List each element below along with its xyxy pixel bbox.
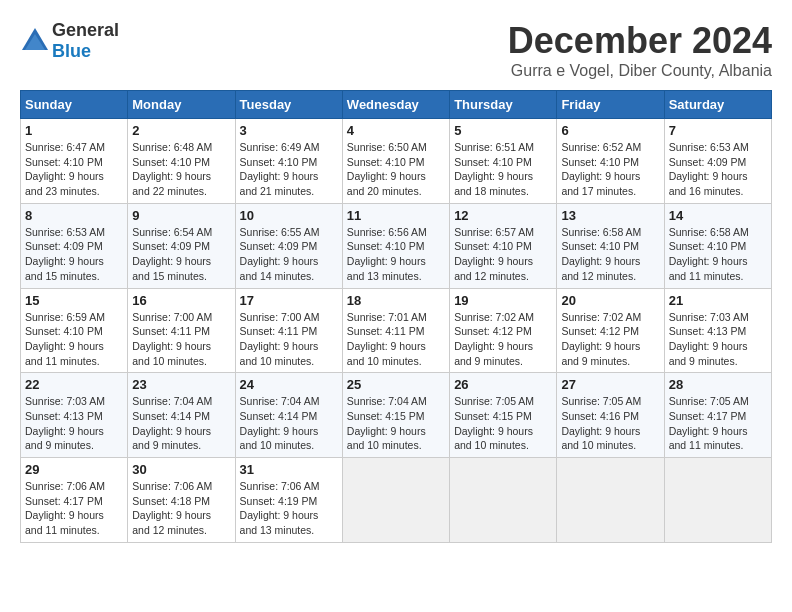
day-number: 21 [669,293,767,308]
calendar-header-saturday: Saturday [664,91,771,119]
page-header: General Blue December 2024 Gurra e Vogel… [20,20,772,80]
day-number: 17 [240,293,338,308]
title-area: December 2024 Gurra e Vogel, Diber Count… [508,20,772,80]
day-info: Sunrise: 7:04 AMSunset: 4:15 PMDaylight:… [347,394,445,453]
calendar-cell: 8Sunrise: 6:53 AMSunset: 4:09 PMDaylight… [21,203,128,288]
day-info: Sunrise: 6:55 AMSunset: 4:09 PMDaylight:… [240,225,338,284]
day-info: Sunrise: 7:01 AMSunset: 4:11 PMDaylight:… [347,310,445,369]
calendar-cell: 12Sunrise: 6:57 AMSunset: 4:10 PMDayligh… [450,203,557,288]
day-info: Sunrise: 6:53 AMSunset: 4:09 PMDaylight:… [669,140,767,199]
calendar-cell: 10Sunrise: 6:55 AMSunset: 4:09 PMDayligh… [235,203,342,288]
day-number: 13 [561,208,659,223]
logo-text-general: General [52,20,119,40]
day-number: 18 [347,293,445,308]
day-number: 24 [240,377,338,392]
calendar-table: SundayMondayTuesdayWednesdayThursdayFrid… [20,90,772,543]
logo-icon [20,26,50,56]
day-info: Sunrise: 6:47 AMSunset: 4:10 PMDaylight:… [25,140,123,199]
calendar-cell [450,458,557,543]
calendar-cell: 15Sunrise: 6:59 AMSunset: 4:10 PMDayligh… [21,288,128,373]
day-number: 2 [132,123,230,138]
day-number: 11 [347,208,445,223]
day-info: Sunrise: 7:04 AMSunset: 4:14 PMDaylight:… [132,394,230,453]
day-number: 25 [347,377,445,392]
calendar-week-row: 15Sunrise: 6:59 AMSunset: 4:10 PMDayligh… [21,288,772,373]
calendar-cell: 29Sunrise: 7:06 AMSunset: 4:17 PMDayligh… [21,458,128,543]
day-number: 10 [240,208,338,223]
calendar-cell: 13Sunrise: 6:58 AMSunset: 4:10 PMDayligh… [557,203,664,288]
day-info: Sunrise: 6:56 AMSunset: 4:10 PMDaylight:… [347,225,445,284]
calendar-cell: 7Sunrise: 6:53 AMSunset: 4:09 PMDaylight… [664,119,771,204]
day-number: 26 [454,377,552,392]
calendar-cell: 20Sunrise: 7:02 AMSunset: 4:12 PMDayligh… [557,288,664,373]
day-number: 16 [132,293,230,308]
logo: General Blue [20,20,119,62]
day-number: 30 [132,462,230,477]
calendar-cell: 28Sunrise: 7:05 AMSunset: 4:17 PMDayligh… [664,373,771,458]
calendar-cell [557,458,664,543]
calendar-cell: 30Sunrise: 7:06 AMSunset: 4:18 PMDayligh… [128,458,235,543]
month-title: December 2024 [508,20,772,62]
calendar-cell: 27Sunrise: 7:05 AMSunset: 4:16 PMDayligh… [557,373,664,458]
day-number: 27 [561,377,659,392]
calendar-cell: 11Sunrise: 6:56 AMSunset: 4:10 PMDayligh… [342,203,449,288]
calendar-cell: 9Sunrise: 6:54 AMSunset: 4:09 PMDaylight… [128,203,235,288]
day-info: Sunrise: 7:03 AMSunset: 4:13 PMDaylight:… [669,310,767,369]
calendar-cell: 24Sunrise: 7:04 AMSunset: 4:14 PMDayligh… [235,373,342,458]
day-info: Sunrise: 7:02 AMSunset: 4:12 PMDaylight:… [454,310,552,369]
day-number: 9 [132,208,230,223]
day-number: 8 [25,208,123,223]
day-info: Sunrise: 7:06 AMSunset: 4:17 PMDaylight:… [25,479,123,538]
day-number: 31 [240,462,338,477]
calendar-header-friday: Friday [557,91,664,119]
calendar-header-thursday: Thursday [450,91,557,119]
day-number: 14 [669,208,767,223]
day-info: Sunrise: 7:05 AMSunset: 4:17 PMDaylight:… [669,394,767,453]
calendar-header-row: SundayMondayTuesdayWednesdayThursdayFrid… [21,91,772,119]
day-info: Sunrise: 7:00 AMSunset: 4:11 PMDaylight:… [132,310,230,369]
calendar-header-monday: Monday [128,91,235,119]
day-info: Sunrise: 6:59 AMSunset: 4:10 PMDaylight:… [25,310,123,369]
calendar-cell: 23Sunrise: 7:04 AMSunset: 4:14 PMDayligh… [128,373,235,458]
calendar-week-row: 22Sunrise: 7:03 AMSunset: 4:13 PMDayligh… [21,373,772,458]
day-info: Sunrise: 6:50 AMSunset: 4:10 PMDaylight:… [347,140,445,199]
day-number: 20 [561,293,659,308]
calendar-cell: 2Sunrise: 6:48 AMSunset: 4:10 PMDaylight… [128,119,235,204]
calendar-cell [342,458,449,543]
calendar-cell: 4Sunrise: 6:50 AMSunset: 4:10 PMDaylight… [342,119,449,204]
day-info: Sunrise: 6:48 AMSunset: 4:10 PMDaylight:… [132,140,230,199]
day-number: 19 [454,293,552,308]
location-title: Gurra e Vogel, Diber County, Albania [508,62,772,80]
day-number: 12 [454,208,552,223]
day-number: 4 [347,123,445,138]
day-info: Sunrise: 7:06 AMSunset: 4:18 PMDaylight:… [132,479,230,538]
logo-text-blue: Blue [52,41,91,61]
calendar-cell: 5Sunrise: 6:51 AMSunset: 4:10 PMDaylight… [450,119,557,204]
day-number: 7 [669,123,767,138]
day-info: Sunrise: 6:49 AMSunset: 4:10 PMDaylight:… [240,140,338,199]
day-info: Sunrise: 6:51 AMSunset: 4:10 PMDaylight:… [454,140,552,199]
day-number: 29 [25,462,123,477]
calendar-cell: 26Sunrise: 7:05 AMSunset: 4:15 PMDayligh… [450,373,557,458]
day-info: Sunrise: 6:58 AMSunset: 4:10 PMDaylight:… [561,225,659,284]
calendar-week-row: 29Sunrise: 7:06 AMSunset: 4:17 PMDayligh… [21,458,772,543]
calendar-cell: 17Sunrise: 7:00 AMSunset: 4:11 PMDayligh… [235,288,342,373]
day-info: Sunrise: 7:02 AMSunset: 4:12 PMDaylight:… [561,310,659,369]
calendar-cell: 19Sunrise: 7:02 AMSunset: 4:12 PMDayligh… [450,288,557,373]
calendar-cell: 14Sunrise: 6:58 AMSunset: 4:10 PMDayligh… [664,203,771,288]
day-number: 1 [25,123,123,138]
day-number: 6 [561,123,659,138]
day-number: 22 [25,377,123,392]
day-info: Sunrise: 7:04 AMSunset: 4:14 PMDaylight:… [240,394,338,453]
calendar-header-sunday: Sunday [21,91,128,119]
calendar-cell: 22Sunrise: 7:03 AMSunset: 4:13 PMDayligh… [21,373,128,458]
calendar-cell: 31Sunrise: 7:06 AMSunset: 4:19 PMDayligh… [235,458,342,543]
day-info: Sunrise: 7:06 AMSunset: 4:19 PMDaylight:… [240,479,338,538]
calendar-cell: 6Sunrise: 6:52 AMSunset: 4:10 PMDaylight… [557,119,664,204]
day-info: Sunrise: 7:05 AMSunset: 4:15 PMDaylight:… [454,394,552,453]
day-info: Sunrise: 6:57 AMSunset: 4:10 PMDaylight:… [454,225,552,284]
day-info: Sunrise: 7:03 AMSunset: 4:13 PMDaylight:… [25,394,123,453]
calendar-cell: 16Sunrise: 7:00 AMSunset: 4:11 PMDayligh… [128,288,235,373]
day-number: 28 [669,377,767,392]
day-info: Sunrise: 6:53 AMSunset: 4:09 PMDaylight:… [25,225,123,284]
